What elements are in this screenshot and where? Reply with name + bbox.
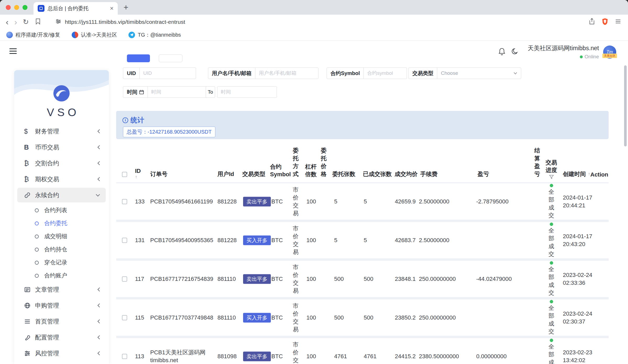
stats-title: i 统计: [122, 116, 144, 125]
browser-menu-icon[interactable]: [615, 18, 621, 26]
table-row[interactable]: 117 PCB1677177216754839 881110 卖出平多 BTC …: [116, 261, 609, 297]
cell-entrust-count: 500: [334, 276, 344, 282]
sort-asc-icon[interactable]: ↑: [135, 174, 137, 180]
search-button-partial[interactable]: [127, 54, 150, 62]
time-start-input[interactable]: [148, 86, 208, 98]
cell-entrust-mode: 市价交易: [292, 302, 299, 333]
cell-trade-type: 买入开多: [243, 313, 271, 322]
sidebar-item-spot-trade[interactable]: B 币币交易: [17, 140, 106, 155]
cell-fee: 250.00000000: [419, 314, 456, 321]
user-input[interactable]: [255, 67, 318, 79]
row-checkbox[interactable]: [122, 238, 127, 243]
sidebar-item-options-trade[interactable]: ₿ 期权交易: [17, 172, 106, 186]
bookmark-item[interactable]: 程序搭建/开发/修复: [6, 31, 60, 38]
sidebar-item-subscription-manage[interactable]: 申购管理: [17, 298, 106, 313]
cell-order-no: PCB1天美社区源码网timibbs.net: [150, 349, 216, 364]
select-all-checkbox[interactable]: [122, 172, 127, 177]
chevron-left-icon: [97, 287, 100, 292]
cell-order-no: PCB1705495400955365: [150, 236, 216, 244]
baht-icon: ₿: [24, 160, 33, 167]
cell-progress: 全部成交: [545, 339, 558, 364]
sidebar-item-risk-manage[interactable]: 风控管理: [17, 346, 106, 361]
cell-filled-count: 5: [364, 198, 367, 205]
sidebar-item-contract-entrust[interactable]: 合约委托: [14, 217, 109, 230]
symbol-input[interactable]: [363, 67, 407, 79]
new-tab-button[interactable]: +: [124, 3, 128, 12]
reload-icon[interactable]: ↻: [23, 19, 29, 26]
sidebar-item-article-manage[interactable]: 文章管理: [17, 282, 106, 297]
tab-favicon-icon: [38, 5, 44, 12]
user-avatar[interactable]: Tm 天美社区: [603, 46, 616, 59]
time-end-input[interactable]: [217, 86, 277, 98]
chevron-left-icon: [97, 319, 100, 324]
trade-type-select[interactable]: Choose: [437, 67, 521, 79]
trade-type-filter-group: 交易类型 Choose: [408, 67, 521, 79]
forward-icon[interactable]: ›: [14, 18, 17, 26]
cell-pnl: -2.78795000: [476, 198, 509, 205]
sidebar-item-contract-position[interactable]: 合约持仓: [14, 243, 109, 256]
row-checkbox[interactable]: [122, 276, 127, 282]
col-header-entrust-mode: 委托方式: [292, 147, 299, 178]
table-row[interactable]: 115 PCB1677177037749848 881110 买入开多 BTC …: [116, 299, 609, 336]
symbol-filter-group: 合约Symbol: [327, 67, 407, 79]
uid-input[interactable]: [139, 67, 196, 79]
tab-close-icon[interactable]: ×: [110, 5, 114, 12]
sidebar-item-delivery-contract[interactable]: ₿ 交割合约: [17, 156, 106, 170]
share-icon[interactable]: [589, 18, 595, 26]
article-icon: [24, 286, 33, 293]
calendar-icon: [139, 90, 144, 94]
col-header-id[interactable]: ID↑: [135, 168, 141, 180]
minimize-window-button[interactable]: [14, 5, 19, 10]
col-header-progress[interactable]: 交易 进度: [545, 159, 558, 179]
browser-tab[interactable]: 总后台 | 合约委托 ×: [33, 2, 118, 15]
site-settings-icon[interactable]: [55, 19, 61, 25]
brave-shield-icon[interactable]: [602, 18, 608, 26]
col-header-entrust-price: 委托价格: [320, 147, 327, 178]
total-pnl-badge: 总盈亏：-12427168.90523000USDT: [123, 127, 215, 137]
filter-funnel-icon[interactable]: [549, 175, 554, 179]
bookmark-icon[interactable]: [35, 18, 41, 26]
bookmark-item[interactable]: TG：@tianmeibbs: [128, 31, 181, 38]
sidebar-item-trade-detail[interactable]: 成交明细: [14, 230, 109, 243]
cell-entrust-mode: 市价交易: [292, 263, 299, 295]
sidebar-item-config-manage[interactable]: 配置管理: [17, 330, 106, 345]
cell-filled-count: 5: [364, 237, 367, 244]
reset-button-partial[interactable]: [159, 54, 182, 62]
row-checkbox[interactable]: [122, 199, 127, 204]
coin-b-icon: B: [24, 144, 33, 151]
sidebar-toggle-icon[interactable]: [9, 48, 17, 54]
tab-title: 总后台 | 合约委托: [48, 5, 107, 12]
user-filter-group: 用户名/手机/邮箱: [208, 67, 318, 79]
col-header-entrust-count: 委托张数: [332, 170, 355, 178]
sidebar-item-perpetual-contract[interactable]: 永续合约: [17, 188, 106, 202]
table-row[interactable]: 133 PCB1705495461661199 881228 卖出平多 BTC …: [116, 183, 609, 220]
close-window-button[interactable]: [6, 5, 11, 10]
dark-mode-icon[interactable]: [512, 48, 519, 56]
telegram-icon: [128, 32, 135, 38]
row-checkbox[interactable]: [122, 315, 127, 320]
sidebar-item-finance[interactable]: $ 财务管理: [17, 124, 106, 139]
sidebar-item-contract-account[interactable]: 合约账户: [14, 269, 109, 282]
notifications-bell-icon[interactable]: [498, 47, 506, 57]
time-range-to-label: To: [206, 86, 215, 98]
cell-user-id: 881228: [217, 198, 237, 205]
table-row[interactable]: 113 PCB1天美社区源码网timibbs.net 881098 卖出平多 B…: [116, 338, 609, 364]
address-bar[interactable]: https://jys111.timibbs.vip/timibbs/contr…: [65, 19, 185, 25]
table-row[interactable]: 131 PCB1705495400955365 881228 买入开多 BTC …: [116, 222, 609, 258]
stats-card: i 统计 总盈亏：-12427168.90523000USDT: [116, 111, 609, 139]
sidebar-item-homepage-manage[interactable]: 首页管理: [17, 314, 106, 329]
row-checkbox[interactable]: [122, 354, 127, 359]
progress-dot-icon: [550, 300, 553, 303]
sort-asc-icon[interactable]: ↑: [588, 170, 590, 178]
cell-pnl: 0.00000000: [476, 353, 507, 360]
page-scrollbar[interactable]: [624, 65, 627, 146]
logo-icon: [53, 85, 70, 102]
col-header-created-at[interactable]: 创建时间↑: [563, 170, 593, 178]
cell-avg-price: 23848.1: [395, 276, 416, 282]
col-header-user-id: 用户Id: [217, 170, 234, 178]
back-icon[interactable]: ‹: [6, 18, 9, 26]
bookmark-item[interactable]: 认准->天美社区: [72, 31, 117, 38]
zoom-window-button[interactable]: [23, 5, 27, 10]
sidebar-item-contract-list[interactable]: 合约列表: [14, 204, 109, 217]
sidebar-item-liquidation-record[interactable]: 穿仓记录: [14, 256, 109, 269]
